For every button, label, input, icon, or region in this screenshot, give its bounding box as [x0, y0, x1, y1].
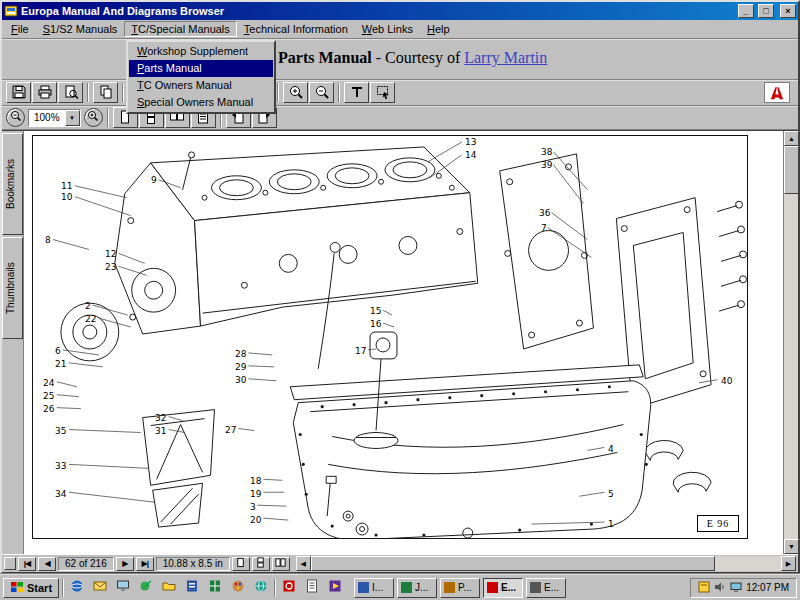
zoom-in-tool-button[interactable] — [283, 82, 308, 103]
tab-thumbnails[interactable]: Thumbnails — [2, 237, 23, 339]
zoom-level-combo[interactable]: 100% ▼ — [28, 109, 81, 127]
zoom-in-button[interactable] — [84, 108, 103, 127]
scroll-down-button[interactable]: ▼ — [784, 539, 799, 554]
scroll-up-button[interactable]: ▲ — [784, 131, 799, 146]
copy-button[interactable] — [93, 82, 118, 103]
acrobat-toolbar: |◀ ◀ ▶ ▶| ◀ ▶ — [2, 80, 798, 106]
toolbar-separator — [277, 83, 279, 102]
menu-s1-s2-manuals[interactable]: S1/S2 Manuals — [36, 21, 125, 37]
callout-26: 26 — [43, 405, 54, 414]
channels-quicklaunch-button[interactable] — [136, 578, 156, 597]
status-single-page-button[interactable] — [232, 557, 250, 571]
callout-29: 29 — [235, 363, 246, 372]
vertical-scrollbar[interactable]: ▲ ▼ — [783, 131, 798, 554]
zoom-dropdown-button[interactable]: ▼ — [65, 110, 80, 126]
start-button[interactable]: Start — [3, 578, 59, 598]
show-desktop-quicklaunch-button[interactable] — [113, 578, 133, 597]
status-next-page-button[interactable]: ▶ — [116, 557, 134, 571]
print-icon — [37, 84, 53, 102]
status-continuous-button[interactable] — [252, 557, 270, 571]
callout-3: 3 — [250, 503, 256, 512]
menu-technical-information[interactable]: Technical Information — [237, 21, 355, 37]
horizontal-scrollbar-thumb[interactable] — [311, 556, 715, 571]
volume-icon[interactable] — [714, 581, 726, 595]
minimize-button[interactable]: _ — [738, 4, 754, 18]
maximize-button[interactable]: □ — [758, 4, 774, 18]
schedule-icon[interactable] — [698, 581, 710, 595]
print-button[interactable] — [32, 82, 57, 103]
menu-item-workshop-supplement[interactable]: Workshop Supplement — [129, 43, 273, 60]
zoom-in-icon — [288, 84, 304, 102]
zoom-out-button[interactable] — [6, 108, 25, 127]
horizontal-scrollbar[interactable]: ◀ ▶ — [296, 556, 796, 571]
callout-30: 30 — [235, 376, 246, 385]
task-button-2[interactable]: J... — [397, 578, 437, 598]
sidebar-tabs: Bookmarks Thumbnails — [2, 131, 24, 554]
scroll-right-button[interactable]: ▶ — [781, 556, 796, 571]
close-button[interactable]: × — [780, 4, 796, 18]
status-last-page-button[interactable]: ▶| — [136, 557, 154, 571]
scroll-left-button[interactable]: ◀ — [296, 556, 311, 571]
word-quicklaunch-button[interactable] — [182, 578, 202, 597]
menu-item-special-owners-manual[interactable]: Special Owners Manual — [129, 94, 273, 111]
menu-web-links[interactable]: Web Links — [355, 21, 420, 37]
paint-quicklaunch-button[interactable] — [228, 578, 248, 597]
windows-logo-icon — [10, 581, 24, 595]
status-first-page-button[interactable]: |◀ — [18, 557, 36, 571]
callout-2: 2 — [85, 302, 91, 311]
app-window: Europa Manual And Diagrams Browser _ □ ×… — [0, 0, 800, 574]
main-area: Bookmarks Thumbnails — [2, 130, 798, 554]
tab-bookmarks[interactable]: Bookmarks — [2, 133, 23, 235]
horizontal-scrollbar-track[interactable] — [311, 556, 781, 571]
callout-14: 14 — [465, 151, 476, 160]
find-button[interactable] — [58, 82, 83, 103]
callout-27: 27 — [225, 426, 236, 435]
callout-22: 22 — [85, 315, 96, 324]
screen: Europa Manual And Diagrams Browser _ □ ×… — [0, 0, 800, 600]
toolbar-separator — [122, 83, 124, 102]
pane-splitter[interactable] — [4, 557, 16, 570]
page-indicator[interactable]: 62 of 216 — [58, 557, 114, 571]
titlebar: Europa Manual And Diagrams Browser _ □ × — [2, 2, 798, 20]
task-button-3[interactable]: P... — [440, 578, 480, 598]
menu-tc-special-manuals[interactable]: TC/Special Manuals — [124, 21, 236, 37]
callout-16: 16 — [370, 320, 381, 329]
status-prev-page-button[interactable]: ◀ — [38, 557, 56, 571]
globe-quicklaunch-button[interactable] — [251, 578, 271, 597]
outlook-quicklaunch-button[interactable] — [90, 578, 110, 597]
graphics-select-icon — [375, 84, 391, 102]
callout-5: 5 — [608, 490, 614, 499]
task-button-4[interactable]: E... — [483, 578, 523, 598]
task-button-5[interactable]: E... — [526, 578, 566, 598]
media-player-icon — [328, 579, 342, 596]
save-icon — [11, 84, 27, 102]
callout-35: 35 — [55, 427, 66, 436]
graphics-select-tool-button[interactable] — [370, 82, 395, 103]
menu-item-parts-manual[interactable]: Parts Manual — [129, 60, 273, 77]
zoom-out-tool-button[interactable] — [309, 82, 334, 103]
display-icon[interactable] — [730, 581, 742, 595]
menu-help[interactable]: Help — [420, 21, 457, 37]
chevron-down-icon: ▼ — [69, 115, 75, 121]
notepad-quicklaunch-button[interactable] — [302, 578, 322, 597]
callout-36: 36 — [539, 209, 550, 218]
folder-quicklaunch-button[interactable] — [159, 578, 179, 597]
text-select-tool-button[interactable] — [344, 82, 369, 103]
vertical-scrollbar-thumb[interactable] — [784, 146, 799, 194]
menu-item-tc-owners-manual[interactable]: TC Owners Manual — [129, 77, 273, 94]
excel-quicklaunch-button[interactable] — [205, 578, 225, 597]
acrobat-quicklaunch-button[interactable] — [279, 578, 299, 597]
media-player-quicklaunch-button[interactable] — [325, 578, 345, 597]
ie-quicklaunch-button[interactable] — [67, 578, 87, 597]
task-button-1[interactable]: I... — [354, 578, 394, 598]
task-label: P... — [458, 582, 472, 593]
word-doc-icon — [185, 579, 199, 596]
taskbar-divider — [274, 579, 276, 597]
document-area[interactable]: 1234567891011121314151617181920212223242… — [24, 131, 783, 554]
task-icon — [444, 582, 455, 593]
save-button[interactable] — [6, 82, 31, 103]
larry-martin-link[interactable]: Larry Martin — [464, 49, 547, 66]
menu-file[interactable]: File — [4, 21, 36, 37]
status-facing-button[interactable] — [272, 557, 290, 571]
doc-title-text: Parts Manual — [278, 49, 372, 66]
